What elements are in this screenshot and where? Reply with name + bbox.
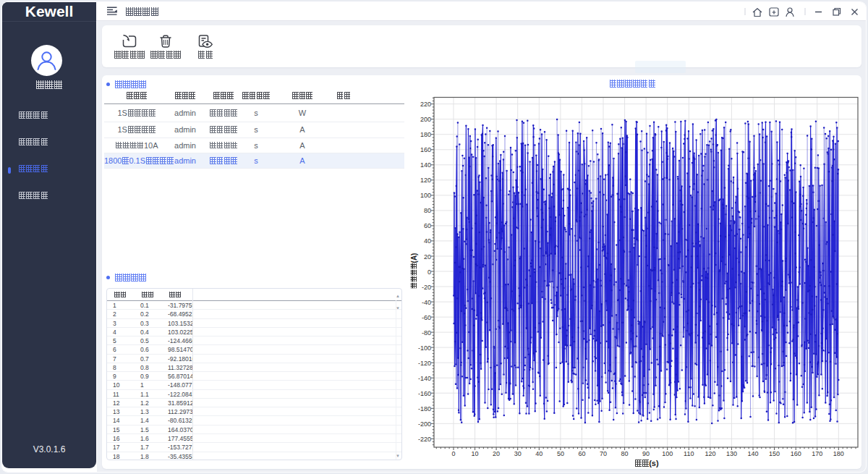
svg-text:160: 160 [420, 146, 431, 153]
svg-text:30: 30 [514, 450, 522, 457]
svg-text:140: 140 [420, 161, 431, 169]
svg-text:40: 40 [535, 450, 542, 457]
svg-text:-20: -20 [422, 284, 431, 291]
svg-text:-220: -220 [418, 436, 431, 443]
svg-text:20: 20 [424, 253, 431, 261]
svg-text:100: 100 [662, 450, 673, 457]
svg-text:-60: -60 [422, 314, 431, 321]
svg-text:140: 140 [747, 450, 758, 457]
svg-text:-200: -200 [418, 420, 431, 428]
svg-text:0: 0 [451, 450, 455, 457]
svg-text:60: 60 [578, 450, 585, 457]
svg-text:50: 50 [557, 450, 564, 457]
svg-text:180: 180 [833, 450, 844, 457]
svg-text:-160: -160 [418, 390, 431, 397]
svg-text:-100: -100 [418, 344, 431, 352]
svg-text:220: 220 [420, 101, 431, 108]
svg-text:-80: -80 [422, 329, 431, 337]
svg-text:100: 100 [420, 192, 431, 199]
svg-text:-180: -180 [418, 405, 431, 412]
svg-text:170: 170 [812, 450, 822, 457]
svg-text:80: 80 [424, 207, 431, 214]
svg-text:10: 10 [472, 450, 479, 457]
svg-text:70: 70 [600, 450, 607, 457]
svg-text:60: 60 [424, 222, 431, 229]
svg-text:90: 90 [642, 450, 650, 457]
svg-text:20: 20 [493, 450, 500, 457]
svg-text:150: 150 [769, 450, 780, 457]
svg-text:200: 200 [420, 116, 431, 123]
svg-text:-140: -140 [418, 375, 431, 382]
svg-text:180: 180 [420, 131, 431, 138]
svg-text:80: 80 [621, 450, 629, 457]
svg-text:-40: -40 [422, 299, 431, 306]
svg-text:130: 130 [726, 450, 737, 457]
svg-text:110: 110 [684, 450, 694, 457]
svg-text:0: 0 [427, 268, 431, 276]
svg-text:-120: -120 [418, 360, 431, 367]
svg-text:160: 160 [791, 450, 801, 457]
svg-text:120: 120 [705, 450, 715, 457]
svg-text:120: 120 [420, 177, 431, 184]
svg-text:40: 40 [424, 237, 431, 245]
